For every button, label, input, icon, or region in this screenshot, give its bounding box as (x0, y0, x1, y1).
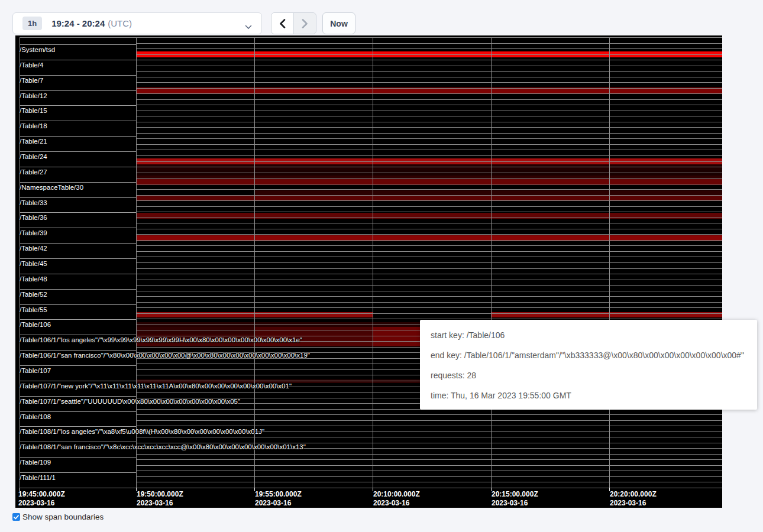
axis-time-label: 19:55:00.000Z2023-03-16 (255, 490, 302, 507)
time-range-selector[interactable]: 1h 19:24 - 20:24 (UTC) (12, 12, 262, 34)
row-label: /Table/4 (20, 60, 136, 69)
row-label: /Table/109 (20, 457, 136, 466)
key-visualizer-heatmap[interactable]: /System/tsd/Table/4/Table/7/Table/12/Tab… (15, 35, 722, 508)
span-boundary-line-bottom (20, 488, 722, 488)
row-label: /Table/18 (20, 121, 136, 129)
axis-time-label: 20:20:00.000Z2023-03-16 (610, 490, 657, 507)
prev-time-button[interactable] (271, 13, 294, 34)
row-label: /Table/15 (20, 105, 136, 114)
span-boundary-lines (136, 37, 722, 488)
time-gridline (609, 37, 610, 488)
row-label: /Table/107/1/"seattle"/"UUUUUUD\x00\x80\… (20, 396, 136, 405)
time-gridline (491, 37, 492, 488)
row-label: /Table/111/1 (20, 472, 136, 481)
row-label: /Table/7 (20, 75, 136, 84)
next-time-button[interactable] (294, 13, 316, 34)
tooltip-time: time: Thu, 16 Mar 2023 19:55:00 GMT (431, 385, 746, 406)
time-gridline (136, 37, 137, 488)
row-label: /Table/24 (20, 151, 136, 160)
row-label: /Table/27 (20, 167, 136, 176)
tooltip-end-key: end key: /Table/106/1/"amsterdam"/"\xb33… (431, 345, 746, 365)
row-label: /Table/107/1/"new york"/"\x11\x11\x11\x1… (20, 381, 136, 390)
axis-time-label: 20:15:00.000Z2023-03-16 (492, 490, 538, 507)
row-label: /Table/106/1/"los angeles"/"\x99\x99\x99… (20, 335, 136, 343)
chevron-left-icon (279, 19, 286, 28)
range-timezone: (UTC) (108, 18, 132, 28)
time-nav-group (271, 12, 316, 34)
show-span-boundaries-label: Show span boundaries (22, 512, 104, 521)
row-label: /Table/55 (20, 304, 136, 313)
row-label: /Table/107 (20, 365, 136, 374)
row-label: /System/tsd (20, 44, 136, 53)
row-label: /NamespaceTable/30 (20, 182, 136, 191)
row-label: /Table/45 (20, 258, 136, 267)
axis-time-label: 19:50:00.000Z2023-03-16 (137, 490, 183, 507)
range-tooltip: start key: /Table/106 end key: /Table/10… (420, 320, 757, 410)
footer: Show span boundaries (12, 512, 104, 521)
time-gridline (373, 37, 373, 488)
range-duration-badge: 1h (22, 17, 42, 30)
row-label: /Table/106/1/"san francisco"/"\x80\x00\x… (20, 350, 136, 359)
axis-time-label: 20:10:00.000Z2023-03-16 (373, 490, 420, 507)
row-label: /Table/33 (20, 197, 136, 206)
axis-time-label: 19:45:00.000Z2023-03-16 (18, 490, 65, 507)
check-icon (14, 515, 19, 520)
row-label: /Table/108 (20, 411, 136, 420)
range-label: 19:24 - 20:24 (51, 18, 105, 28)
show-span-boundaries-checkbox[interactable] (12, 513, 20, 521)
row-label: /Table/12 (20, 90, 136, 99)
chevron-down-icon (245, 21, 252, 32)
row-label: /Table/36 (20, 212, 136, 221)
tooltip-start-key: start key: /Table/106 (431, 325, 746, 345)
row-label: /Table/108/1/"los angeles"/"\xa8\xf5\u00… (20, 426, 136, 435)
span-boundary-line-top (20, 37, 722, 38)
now-button[interactable]: Now (322, 12, 355, 34)
row-label: /Table/52 (20, 289, 136, 298)
row-label: /Table/42 (20, 243, 136, 252)
chevron-right-icon (302, 19, 308, 28)
row-label: /Table/21 (20, 136, 136, 145)
tooltip-requests: requests: 28 (431, 365, 746, 385)
row-label: /Table/108/1/"san francisco"/"\x8c\xcc\x… (20, 442, 136, 450)
row-label: /Table/48 (20, 274, 136, 283)
time-gridline (254, 37, 255, 488)
row-label: /Table/106 (20, 319, 136, 328)
row-label: /Table/39 (20, 228, 136, 236)
